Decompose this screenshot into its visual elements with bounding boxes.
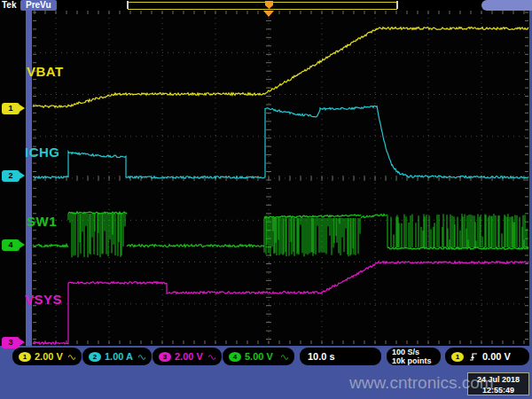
trigger-level: 0.00 V: [482, 351, 511, 362]
sample-rate: 100 S/s: [392, 348, 419, 356]
trigger-slope-icon: [469, 352, 478, 362]
ch4-scale: 5.00 V: [245, 351, 273, 362]
trigger-readout[interactable]: 1 0.00 V: [445, 348, 529, 365]
trace-vsys-seg0: [33, 262, 528, 345]
oscilloscope-screen: Tek PreVu VBAT ICHG SW1 VSYS 1 2 4 3 1 2…: [0, 0, 532, 399]
record-length: 10k points: [392, 356, 432, 365]
graticule-gridlines: [35, 12, 527, 344]
trace-sw1-seg0: [33, 245, 68, 247]
ch4-coupling-icon: [281, 353, 288, 360]
ch1-readout[interactable]: 1 2.00 V: [12, 348, 82, 365]
record-view-window[interactable]: [128, 2, 397, 10]
ch4-badge: 4: [229, 352, 241, 362]
trace-label-ichg: ICHG: [25, 145, 60, 160]
record-window-left-tick: [127, 1, 129, 9]
ch1-ground-marker[interactable]: 1: [2, 103, 20, 114]
trigger-time-triangle-icon[interactable]: [263, 11, 274, 17]
ch2-coupling-icon: [138, 353, 145, 360]
timebase-readout[interactable]: 10.0 s: [300, 348, 381, 365]
trace-sw1-burst5-baseline: [387, 247, 528, 249]
watermark-text: www.cntronics.com: [349, 373, 532, 393]
ch3-readout[interactable]: 3 2.00 V: [153, 348, 222, 365]
trace-sw1-burst5-pulses: [387, 214, 527, 247]
top-status-bar: Tek PreVu: [0, 0, 532, 11]
ch3-ground-marker[interactable]: 3: [2, 337, 20, 348]
trace-sw1-burst3-pulses: [264, 218, 360, 256]
ch4-ground-marker[interactable]: 4: [2, 239, 20, 251]
acquisition-readout[interactable]: 100 S/s 10k points: [387, 348, 441, 365]
ch2-scale: 1.00 A: [105, 351, 133, 362]
trace-ichg-seg0: [33, 106, 528, 178]
top-right-pill: [481, 0, 532, 11]
ch4-readout[interactable]: 4 5.00 V: [223, 348, 294, 365]
trace-sw1-burst1-pulses: [68, 214, 125, 257]
ch3-scale: 2.00 V: [175, 351, 203, 362]
trace-label-vsys: VSYS: [25, 292, 62, 307]
ch3-badge: 3: [159, 352, 171, 362]
record-window-right-tick: [396, 1, 398, 9]
timebase-scale: 10.0 s: [308, 351, 335, 362]
ch2-badge: 2: [89, 352, 101, 362]
ch1-badge: 1: [19, 352, 31, 362]
acquisition-mode-badge: PreVu: [20, 0, 57, 11]
trace-sw1-seg2: [127, 245, 264, 247]
tek-logo: Tek: [2, 0, 17, 11]
ch1-scale: 2.00 V: [35, 351, 63, 362]
trace-label-vbat: VBAT: [27, 64, 64, 79]
ch2-readout[interactable]: 2 1.00 A: [82, 348, 152, 365]
trace-label-sw1: SW1: [27, 214, 57, 229]
trace-sw1-burst3-envelope: [264, 215, 361, 218]
ch2-ground-marker[interactable]: 2: [2, 170, 20, 182]
ch3-coupling-icon: [208, 353, 215, 360]
ch1-coupling-icon: [68, 353, 75, 360]
waveform-canvas: [0, 0, 532, 399]
trace-vbat-seg0: [33, 27, 528, 108]
trace-sw1-burst1-envelope: [68, 212, 127, 214]
trigger-source-badge: 1: [451, 352, 464, 362]
trace-sw1-seg4: [361, 215, 387, 218]
